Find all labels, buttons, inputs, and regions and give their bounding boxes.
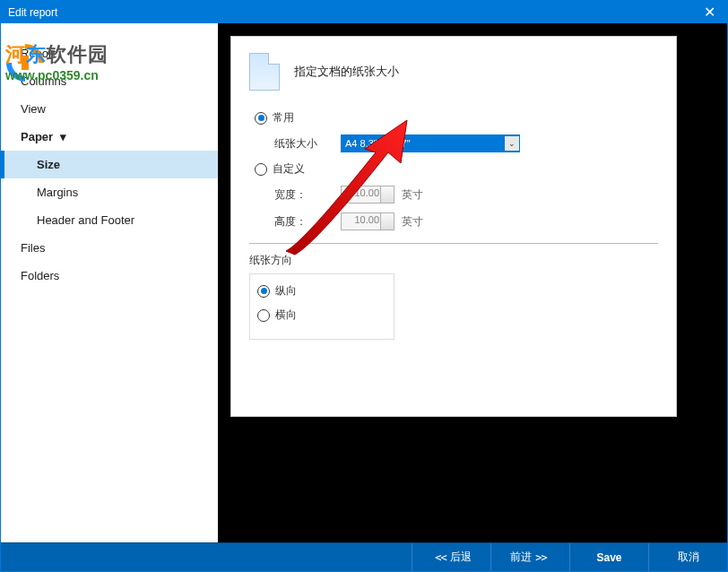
sidebar-item-report[interactable]: Report — [1, 39, 218, 67]
custom-radio[interactable] — [255, 163, 267, 176]
panel-heading: 指定文档的纸张大小 — [294, 64, 399, 80]
sidebar-item-folders[interactable]: Folders — [1, 262, 218, 290]
orientation-section: 纸张方向 纵向 横向 — [249, 253, 658, 340]
save-button[interactable]: Save — [569, 543, 648, 571]
forward-arrows-icon: >> — [535, 551, 546, 564]
panel-header: 指定文档的纸张大小 — [249, 53, 658, 91]
width-input[interactable]: 10.00 — [341, 186, 394, 204]
portrait-radio[interactable] — [257, 285, 270, 298]
sidebar: Report Columns View Paper ▾ Size Margins… — [1, 23, 218, 542]
sidebar-item-header-footer[interactable]: Header and Footer — [1, 206, 218, 234]
height-row: 高度： 10.00 英寸 — [274, 212, 658, 230]
dropdown-arrow-icon: ⌄ — [505, 136, 519, 151]
forward-button[interactable]: 前进 >> — [490, 543, 569, 571]
landscape-label: 横向 — [275, 308, 297, 323]
paper-size-label: 纸张大小 — [274, 136, 334, 152]
paper-size-panel: 指定文档的纸张大小 常用 纸张大小 A4 8.3" x 11.7" ⌄ — [230, 36, 677, 417]
paper-size-row: 纸张大小 A4 8.3" x 11.7" ⌄ — [274, 134, 658, 152]
window-title: Edit report — [8, 6, 691, 19]
divider — [249, 243, 658, 244]
forward-button-label: 前进 — [510, 550, 532, 565]
back-button[interactable]: << 后退 — [412, 543, 490, 571]
sidebar-item-margins[interactable]: Margins — [1, 178, 218, 206]
orientation-group: 纵向 横向 — [249, 273, 394, 340]
width-label: 宽度： — [274, 187, 334, 203]
paper-size-select[interactable]: A4 8.3" x 11.7" ⌄ — [341, 134, 520, 152]
sidebar-item-paper[interactable]: Paper ▾ — [1, 123, 218, 151]
close-button[interactable]: ✕ — [691, 1, 727, 23]
height-unit: 英寸 — [402, 214, 423, 230]
landscape-radio-row[interactable]: 横向 — [257, 308, 386, 323]
button-bar: << 后退 前进 >> Save 取消 — [1, 542, 727, 571]
dialog-body: 河东软件园 www.pc0359.cn Report Columns View … — [1, 23, 727, 542]
document-icon — [249, 53, 280, 91]
sidebar-item-files[interactable]: Files — [1, 234, 218, 262]
back-button-label: 后退 — [450, 550, 472, 565]
width-row: 宽度： 10.00 英寸 — [274, 186, 658, 204]
custom-radio-label: 自定义 — [273, 161, 305, 177]
common-radio[interactable] — [255, 112, 267, 125]
sidebar-item-columns[interactable]: Columns — [1, 67, 218, 95]
back-arrows-icon: << — [435, 551, 446, 564]
titlebar: Edit report ✕ — [1, 1, 727, 23]
width-unit: 英寸 — [402, 187, 423, 203]
custom-radio-row[interactable]: 自定义 — [255, 161, 658, 177]
orientation-title: 纸张方向 — [249, 253, 658, 268]
chevron-down-icon: ▾ — [60, 130, 66, 143]
paper-size-form: 常用 纸张大小 A4 8.3" x 11.7" ⌄ 自定义 — [249, 110, 658, 340]
cancel-button[interactable]: 取消 — [648, 543, 727, 571]
edit-report-dialog: Edit report ✕ 河东软件园 www.pc0359.cn Report… — [0, 0, 728, 572]
sidebar-item-view[interactable]: View — [1, 95, 218, 123]
paper-size-value: A4 8.3" x 11.7" — [345, 138, 411, 149]
portrait-label: 纵向 — [275, 283, 297, 299]
sidebar-item-label: Paper — [21, 130, 53, 143]
common-radio-row[interactable]: 常用 — [255, 110, 658, 126]
landscape-radio[interactable] — [257, 309, 270, 322]
height-input[interactable]: 10.00 — [341, 212, 394, 230]
main-panel: 指定文档的纸张大小 常用 纸张大小 A4 8.3" x 11.7" ⌄ — [218, 23, 727, 542]
portrait-radio-row[interactable]: 纵向 — [257, 283, 386, 299]
sidebar-item-size[interactable]: Size — [1, 151, 218, 178]
common-radio-label: 常用 — [273, 110, 294, 126]
height-label: 高度： — [274, 214, 334, 230]
